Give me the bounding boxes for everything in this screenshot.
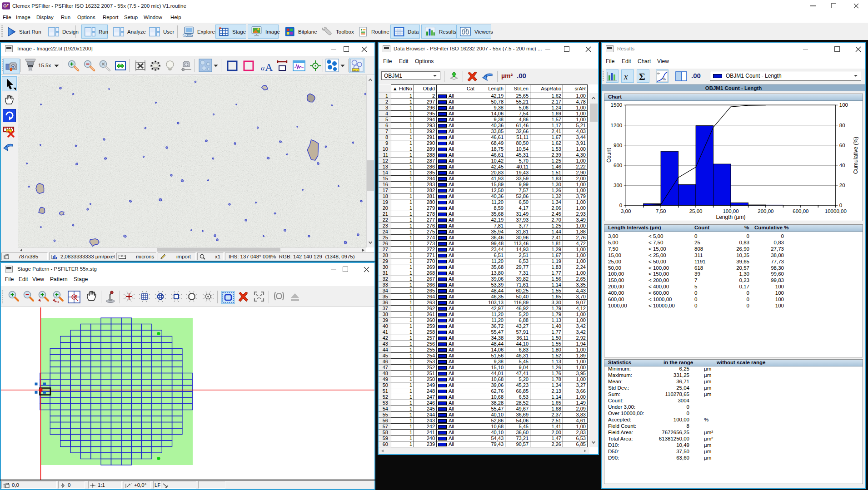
svg-text:600,00: 600,00	[793, 208, 808, 214]
svg-text:0: 0	[839, 203, 842, 208]
svg-text:0: 0	[619, 203, 622, 208]
svg-text:1200: 1200	[611, 123, 623, 128]
svg-text:A: A	[265, 61, 273, 72]
svg-text:900: 900	[614, 143, 622, 148]
svg-text:1500: 1500	[611, 102, 623, 108]
svg-text:a: a	[261, 64, 265, 72]
svg-text:80: 80	[839, 123, 845, 128]
svg-text:Cumulative (%): Cumulative (%)	[853, 137, 859, 174]
svg-text:100: 100	[839, 102, 848, 108]
svg-text:20: 20	[839, 183, 845, 188]
svg-text:%: %	[662, 77, 666, 81]
svg-text:100,00: 100,00	[723, 208, 738, 214]
svg-text:x: x	[624, 72, 628, 81]
svg-text:25,00: 25,00	[689, 208, 703, 214]
svg-text:7,50: 7,50	[656, 208, 666, 214]
svg-text:Count: Count	[606, 148, 612, 163]
svg-text:40: 40	[839, 163, 845, 168]
svg-text:200,00: 200,00	[758, 208, 773, 214]
svg-text:600: 600	[614, 163, 622, 168]
svg-text:Σ: Σ	[639, 71, 645, 82]
svg-text:10000,00: 10000,00	[825, 208, 847, 214]
svg-text:60: 60	[839, 143, 845, 148]
svg-text:300: 300	[614, 183, 622, 188]
svg-text:Length (µm): Length (µm)	[716, 214, 746, 220]
svg-text:3,00: 3,00	[621, 208, 631, 214]
